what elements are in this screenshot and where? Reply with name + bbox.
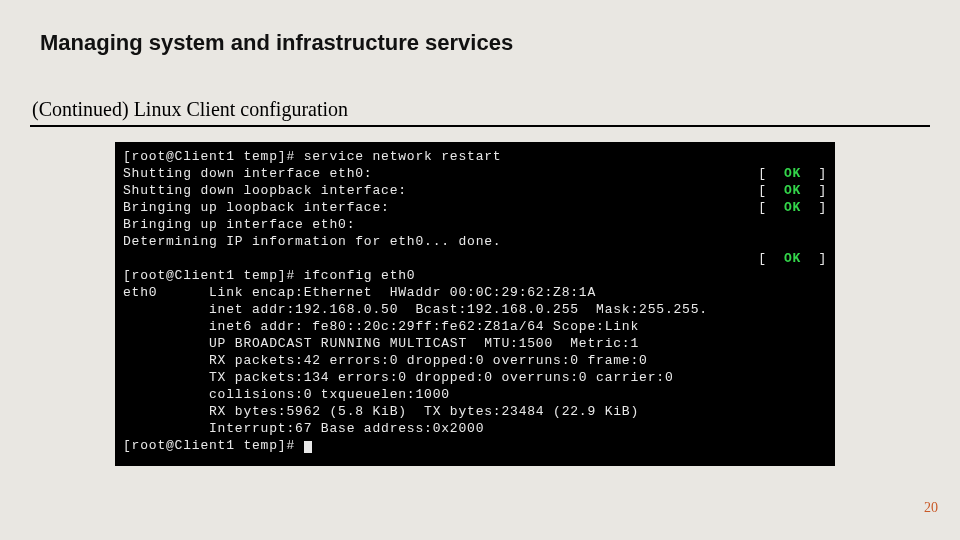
- status-ok-text: OK: [784, 200, 801, 215]
- terminal-line: RX packets:42 errors:0 dropped:0 overrun…: [123, 352, 827, 369]
- terminal-line-text: RX packets:42 errors:0 dropped:0 overrun…: [123, 352, 648, 369]
- terminal-line-text: UP BROADCAST RUNNING MULTICAST MTU:1500 …: [123, 335, 639, 352]
- terminal-output: [root@Client1 temp]# service network res…: [115, 142, 835, 466]
- terminal-line: [ OK ]: [123, 250, 827, 267]
- status-ok-text: OK: [784, 251, 801, 266]
- terminal-line-text: collisions:0 txqueuelen:1000: [123, 386, 450, 403]
- terminal-line: inet addr:192.168.0.50 Bcast:192.168.0.2…: [123, 301, 827, 318]
- status-badge: [ OK ]: [758, 199, 827, 216]
- status-ok-text: OK: [784, 183, 801, 198]
- slide-subtitle: (Continued) Linux Client configuration: [30, 98, 930, 127]
- terminal-line-text: Determining IP information for eth0... d…: [123, 233, 501, 250]
- terminal-line: TX packets:134 errors:0 dropped:0 overru…: [123, 369, 827, 386]
- page-number: 20: [924, 500, 938, 516]
- terminal-line-text: Bringing up loopback interface:: [123, 199, 390, 216]
- terminal-line-text: eth0 Link encap:Ethernet HWaddr 00:0C:29…: [123, 284, 596, 301]
- terminal-line: Bringing up loopback interface:[ OK ]: [123, 199, 827, 216]
- terminal-line: RX bytes:5962 (5.8 KiB) TX bytes:23484 (…: [123, 403, 827, 420]
- status-badge: [ OK ]: [758, 182, 827, 199]
- terminal-line-text: inet6 addr: fe80::20c:29ff:fe62:Z81a/64 …: [123, 318, 639, 335]
- terminal-line: Shutting down interface eth0:[ OK ]: [123, 165, 827, 182]
- slide-title: Managing system and infrastructure servi…: [40, 30, 513, 56]
- status-badge: [ OK ]: [758, 165, 827, 182]
- terminal-line: inet6 addr: fe80::20c:29ff:fe62:Z81a/64 …: [123, 318, 827, 335]
- terminal-line-text: [root@Client1 temp]# ifconfig eth0: [123, 267, 415, 284]
- terminal-line: [root@Client1 temp]# service network res…: [123, 148, 827, 165]
- terminal-line-text: inet addr:192.168.0.50 Bcast:192.168.0.2…: [123, 301, 708, 318]
- terminal-line-text: TX packets:134 errors:0 dropped:0 overru…: [123, 369, 673, 386]
- terminal-line: Interrupt:67 Base address:0x2000: [123, 420, 827, 437]
- status-ok-text: OK: [784, 166, 801, 181]
- terminal-line: Determining IP information for eth0... d…: [123, 233, 827, 250]
- terminal-line: UP BROADCAST RUNNING MULTICAST MTU:1500 …: [123, 335, 827, 352]
- terminal-line-text: Bringing up interface eth0:: [123, 216, 355, 233]
- terminal-line-text: RX bytes:5962 (5.8 KiB) TX bytes:23484 (…: [123, 403, 639, 420]
- terminal-line: Shutting down loopback interface:[ OK ]: [123, 182, 827, 199]
- terminal-line-text: [root@Client1 temp]# service network res…: [123, 148, 501, 165]
- terminal-line: collisions:0 txqueuelen:1000: [123, 386, 827, 403]
- terminal-line-text: Interrupt:67 Base address:0x2000: [123, 420, 484, 437]
- terminal-line: Bringing up interface eth0:: [123, 216, 827, 233]
- status-badge: [ OK ]: [758, 250, 827, 267]
- terminal-line: [root@Client1 temp]# ifconfig eth0: [123, 267, 827, 284]
- terminal-line: [root@Client1 temp]#: [123, 437, 827, 454]
- slide: Managing system and infrastructure servi…: [0, 0, 960, 540]
- terminal-line-text: [root@Client1 temp]#: [123, 437, 312, 454]
- terminal-line-text: Shutting down interface eth0:: [123, 165, 372, 182]
- terminal-line: eth0 Link encap:Ethernet HWaddr 00:0C:29…: [123, 284, 827, 301]
- cursor-icon: [304, 441, 312, 453]
- terminal-line-text: Shutting down loopback interface:: [123, 182, 407, 199]
